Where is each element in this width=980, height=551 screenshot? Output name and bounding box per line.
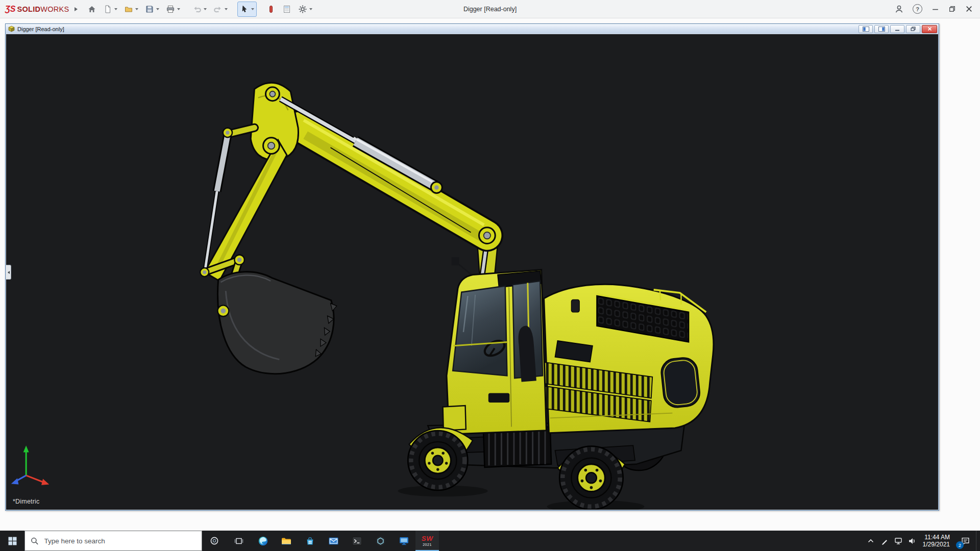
taskbar-monitor-app-button[interactable] xyxy=(392,531,415,551)
windows-start-icon xyxy=(8,537,17,545)
restore-button[interactable] xyxy=(948,5,956,13)
close-icon xyxy=(965,5,973,13)
chevron-up-icon xyxy=(867,538,874,544)
new-document-icon xyxy=(103,5,112,14)
open-dropdown[interactable] xyxy=(135,8,138,10)
pane-right-icon xyxy=(878,27,885,32)
open-button[interactable] xyxy=(121,2,141,17)
edge-icon xyxy=(258,536,268,546)
taskbar-store-button[interactable] xyxy=(298,531,322,551)
search-icon xyxy=(31,537,39,545)
redo-dropdown[interactable] xyxy=(225,8,228,10)
excavator-model[interactable] xyxy=(6,34,938,510)
assembly-cube-icon xyxy=(8,26,15,32)
doc-restore-button[interactable] xyxy=(906,25,920,33)
taskbar-mail-button[interactable] xyxy=(322,531,345,551)
save-button[interactable] xyxy=(142,2,162,17)
engine-body[interactable] xyxy=(531,284,714,433)
pen-icon xyxy=(881,537,889,545)
volume-icon xyxy=(908,537,916,545)
new-document-button[interactable] xyxy=(101,2,120,17)
undo-button[interactable] xyxy=(190,2,209,17)
stick-arm[interactable] xyxy=(205,140,287,281)
action-center-button[interactable]: 2 xyxy=(954,531,976,551)
task-view-button[interactable] xyxy=(227,531,251,551)
window-title: Digger [Read-only] xyxy=(463,6,517,13)
solidworks-app: ƷS SOLIDWORKS xyxy=(0,0,980,551)
show-desktop-button[interactable] xyxy=(976,531,980,551)
doc-pane-button-2[interactable] xyxy=(874,25,889,33)
taskbar-search-box[interactable] xyxy=(24,531,202,551)
home-button[interactable] xyxy=(85,2,99,17)
tray-volume-button[interactable] xyxy=(905,531,919,551)
document-titlebar[interactable]: Digger [Read-only] xyxy=(6,24,939,34)
view-orientation-label: *Dimetric xyxy=(13,498,40,505)
help-button[interactable]: ? xyxy=(913,4,922,14)
doc-close-button[interactable] xyxy=(922,25,937,33)
options-button[interactable] xyxy=(296,2,315,17)
select-tool-dropdown[interactable] xyxy=(251,8,254,10)
account-button[interactable] xyxy=(895,5,903,13)
open-folder-icon xyxy=(124,5,133,14)
close-button[interactable] xyxy=(965,5,973,13)
toolbar-expand-arrow[interactable] xyxy=(75,7,78,11)
record-capsule-icon xyxy=(266,5,276,14)
solidworks-logo-solid: SOLID xyxy=(17,5,40,13)
tray-pen-button[interactable] xyxy=(878,531,892,551)
doc-pane-button-1[interactable] xyxy=(859,25,873,33)
taskbar-solidworks-button[interactable]: SW 2021 xyxy=(415,531,439,551)
print-button[interactable] xyxy=(163,2,183,17)
search-input[interactable] xyxy=(43,537,197,545)
start-button[interactable] xyxy=(0,531,24,551)
windows-taskbar: SW 2021 11:44 AM 1/29/2021 2 xyxy=(0,531,980,551)
redo-button[interactable] xyxy=(211,2,230,17)
select-tool-button[interactable] xyxy=(237,2,257,17)
notification-badge: 2 xyxy=(956,541,964,549)
graphics-viewport[interactable]: *Dimetric xyxy=(6,34,938,510)
titlebar-controls: ? xyxy=(895,4,975,14)
taskbar-hexagon-app-button[interactable] xyxy=(369,531,392,551)
task-view-icon xyxy=(234,537,243,545)
solidworks-logo: ƷS SOLIDWORKS xyxy=(5,5,69,14)
terminal-icon xyxy=(352,537,362,545)
hexagon-app-icon xyxy=(376,536,385,546)
bucket[interactable] xyxy=(217,272,336,374)
tray-overflow-button[interactable] xyxy=(864,531,878,551)
options-dropdown[interactable] xyxy=(309,8,312,10)
taskbar-file-explorer-button[interactable] xyxy=(275,531,298,551)
taskbar-clock[interactable]: 11:44 AM 1/29/2021 xyxy=(919,531,954,551)
app-titlebar: ƷS SOLIDWORKS xyxy=(0,0,980,18)
rear-left-wheel[interactable] xyxy=(559,446,623,510)
doc-minimize-button[interactable] xyxy=(890,25,904,33)
print-dropdown[interactable] xyxy=(177,8,180,10)
front-left-wheel[interactable] xyxy=(408,431,468,490)
store-icon xyxy=(305,536,315,546)
doc-minimize-icon xyxy=(895,27,900,31)
macro-record-button[interactable] xyxy=(264,2,278,17)
tray-network-button[interactable] xyxy=(892,531,905,551)
new-document-dropdown[interactable] xyxy=(114,8,117,10)
solidworks-2021-icon: SW 2021 xyxy=(422,535,433,546)
system-tray: 11:44 AM 1/29/2021 2 xyxy=(864,531,980,551)
pane-left-icon xyxy=(863,27,869,32)
taskbar-terminal-button[interactable] xyxy=(345,531,369,551)
mdi-workspace: Digger [Read-only] xyxy=(0,18,980,531)
monitor-app-icon xyxy=(399,537,409,545)
cortana-button[interactable] xyxy=(202,531,227,551)
mail-icon xyxy=(329,537,338,545)
document-title: Digger [Read-only] xyxy=(17,26,64,32)
home-icon xyxy=(87,5,96,14)
document-window: Digger [Read-only] xyxy=(5,23,939,511)
cortana-icon xyxy=(210,536,219,545)
minimize-button[interactable] xyxy=(932,5,939,13)
taskbar-edge-button[interactable] xyxy=(251,531,275,551)
orientation-triad xyxy=(11,445,50,485)
design-table-button[interactable] xyxy=(280,2,294,17)
undo-dropdown[interactable] xyxy=(204,8,207,10)
help-icon: ? xyxy=(913,4,922,14)
gear-icon xyxy=(298,5,307,14)
solidworks-logo-works: WORKS xyxy=(40,5,69,13)
save-dropdown[interactable] xyxy=(156,8,159,10)
restore-icon xyxy=(948,5,956,13)
featuremanager-collapse-tab[interactable] xyxy=(6,265,11,280)
